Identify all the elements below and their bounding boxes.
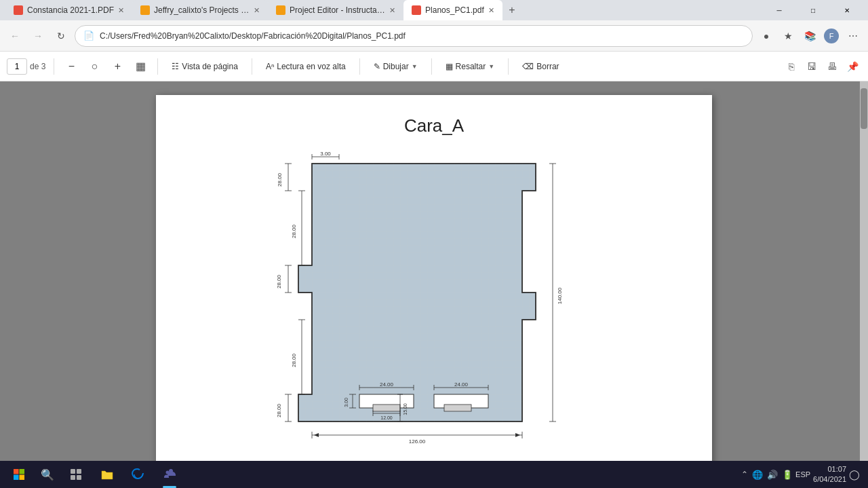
svg-rect-5 xyxy=(373,405,400,411)
taskbar-teams[interactable] xyxy=(155,461,184,488)
zoom-fit-button[interactable]: ▦ xyxy=(132,58,149,75)
minimize-button[interactable]: ─ xyxy=(764,0,795,20)
address-text: C:/Users/Fred%20Bryan%20Calixto/Desktop/… xyxy=(100,31,744,41)
svg-text:3.00: 3.00 xyxy=(344,398,349,407)
taskbar-right: ⌃ 🌐 🔊 🔋 ESP 01:07 6/04/2021 ◯ xyxy=(741,464,864,485)
dibujar-label: Dibujar xyxy=(383,62,409,71)
pdf-scrollbar[interactable] xyxy=(860,81,868,461)
back-button[interactable]: ← xyxy=(5,26,24,45)
drawing-title: Cara_A xyxy=(404,115,464,136)
tab-favicon-2 xyxy=(140,5,150,15)
separator-3 xyxy=(252,58,252,75)
settings-icon[interactable]: ⋯ xyxy=(844,26,863,45)
svg-rect-2 xyxy=(271,150,597,461)
resaltar-icon: ▦ xyxy=(446,62,453,71)
system-tray: ⌃ 🌐 🔊 🔋 xyxy=(741,470,793,480)
title-bar: Constancia 2021-1.PDF ✕ Jeffry_calixto's… xyxy=(0,0,868,20)
pdf-toolbar: 1 de 3 − ○ + ▦ ☷ Vista de página Aⁿ Lect… xyxy=(0,52,868,81)
taskbar-edge[interactable] xyxy=(123,461,153,488)
svg-text:15.00: 15.00 xyxy=(403,403,408,415)
separator-4 xyxy=(359,58,360,75)
svg-text:3.00: 3.00 xyxy=(320,151,331,157)
share-button[interactable]: ⎘ xyxy=(783,58,800,75)
browser-window: Constancia 2021-1.PDF ✕ Jeffry_calixto's… xyxy=(0,0,868,488)
svg-text:24.00: 24.00 xyxy=(380,381,394,388)
dibujar-button[interactable]: ✎ Dibujar ▼ xyxy=(368,56,423,77)
tab-constancia[interactable]: Constancia 2021-1.PDF ✕ xyxy=(5,0,132,20)
start-button[interactable] xyxy=(4,461,34,488)
zoom-out-button[interactable]: − xyxy=(62,58,80,75)
dibujar-chevron: ▼ xyxy=(412,63,418,70)
separator-2 xyxy=(157,58,158,75)
taskbar-search-button[interactable]: 🔍 xyxy=(35,461,60,488)
svg-text:28.00: 28.00 xyxy=(276,403,282,417)
volume-icon[interactable]: 🔊 xyxy=(767,470,778,480)
address-input[interactable]: 📄 C:/Users/Fred%20Bryan%20Calixto/Deskto… xyxy=(75,25,753,47)
tab-planos[interactable]: Planos_PC1.pdf ✕ xyxy=(403,0,502,20)
taskbar-taskview[interactable] xyxy=(61,461,91,488)
svg-text:140.00: 140.00 xyxy=(557,287,563,304)
network-icon[interactable]: 🌐 xyxy=(752,470,763,480)
borrar-button[interactable]: ⌫ Borrar xyxy=(517,56,564,77)
favorites-icon[interactable]: ★ xyxy=(778,26,797,45)
svg-rect-69 xyxy=(77,475,81,480)
chevron-up-icon[interactable]: ⌃ xyxy=(741,470,748,479)
extensions-icon[interactable]: ● xyxy=(757,26,776,45)
svg-text:12.00: 12.00 xyxy=(380,415,393,420)
svg-text:28.00: 28.00 xyxy=(291,224,297,238)
dibujar-icon: ✎ xyxy=(374,62,380,71)
account-icon[interactable]: F xyxy=(822,26,841,45)
tab-label-1: Constancia 2021-1.PDF xyxy=(27,5,114,15)
lectura-icon: Aⁿ xyxy=(266,62,274,71)
tab-favicon-4 xyxy=(412,5,421,15)
refresh-button[interactable]: ↻ xyxy=(52,26,71,45)
lectura-label: Lectura en voz alta xyxy=(277,62,345,71)
tab-favicon-3 xyxy=(276,5,285,15)
zoom-reset-button[interactable]: ○ xyxy=(85,58,103,75)
zoom-in-button[interactable]: + xyxy=(108,58,126,75)
tab-close-3[interactable]: ✕ xyxy=(389,6,395,15)
separator-5 xyxy=(431,58,432,75)
svg-marker-39 xyxy=(314,433,319,437)
collections-icon[interactable]: 📚 xyxy=(800,26,819,45)
battery-icon[interactable]: 🔋 xyxy=(782,470,793,480)
separator-1 xyxy=(54,58,54,75)
maximize-button[interactable]: □ xyxy=(797,0,829,20)
svg-rect-64 xyxy=(14,475,19,481)
vista-icon: ☷ xyxy=(172,62,179,71)
scroll-thumb[interactable] xyxy=(861,88,867,129)
tab-label-4: Planos_PC1.pdf xyxy=(425,5,484,15)
tab-close-1[interactable]: ✕ xyxy=(118,6,124,15)
svg-text:24.00: 24.00 xyxy=(454,381,469,388)
svg-text:28.00: 28.00 xyxy=(276,274,282,288)
lectura-button[interactable]: Aⁿ Lectura en voz alta xyxy=(260,56,351,77)
tab-jeffry[interactable]: Jeffry_calixto's Projects - Instruct... … xyxy=(132,0,268,20)
taskbar-clock[interactable]: 01:07 6/04/2021 xyxy=(813,464,846,485)
vista-pagina-button[interactable]: ☷ Vista de página xyxy=(166,56,243,77)
pin-button[interactable]: 📌 xyxy=(844,58,861,75)
svg-rect-66 xyxy=(71,469,75,474)
svg-rect-67 xyxy=(77,469,81,474)
forward-button[interactable]: → xyxy=(28,26,47,45)
tab-project-editor[interactable]: Project Editor - Instructables ✕ xyxy=(268,0,403,20)
print-button[interactable]: 🖶 xyxy=(823,58,841,75)
tab-favicon-1 xyxy=(14,5,23,15)
page-input-group: 1 de 3 xyxy=(7,58,45,75)
save-button[interactable]: 🖫 xyxy=(803,58,821,75)
language-indicator[interactable]: ESP xyxy=(795,470,810,478)
tab-close-4[interactable]: ✕ xyxy=(488,6,494,15)
svg-text:28.00: 28.00 xyxy=(277,172,283,187)
page-number-input[interactable]: 1 xyxy=(7,58,27,75)
notification-button[interactable]: ◯ xyxy=(849,469,860,480)
close-button[interactable]: ✕ xyxy=(831,0,863,20)
svg-rect-68 xyxy=(71,475,75,480)
resaltar-chevron: ▼ xyxy=(488,63,494,70)
tab-close-2[interactable]: ✕ xyxy=(254,6,260,15)
taskbar-file-explorer[interactable] xyxy=(92,461,122,488)
svg-text:28.00: 28.00 xyxy=(291,353,297,367)
new-tab-button[interactable]: + xyxy=(502,1,521,20)
resaltar-button[interactable]: ▦ Resaltar ▼ xyxy=(440,56,500,77)
tab-label-3: Project Editor - Instructables xyxy=(290,5,385,15)
svg-rect-65 xyxy=(20,475,25,481)
address-file-icon: 📄 xyxy=(83,31,94,41)
